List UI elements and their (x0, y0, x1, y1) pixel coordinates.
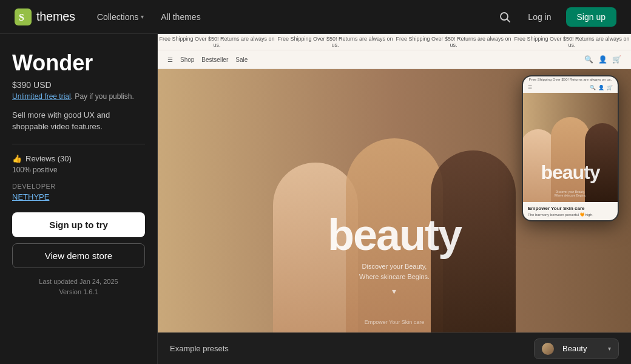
divider (12, 144, 145, 144)
example-presets-label: Example presets (170, 344, 229, 353)
preview-area: Free Shipping Over $50! Returns are alwa… (158, 34, 631, 364)
shipping-bar: Free Shipping Over $50! Returns are alwa… (158, 34, 631, 50)
preview-nav-links: ☰ Shop Bestseller Sale (167, 56, 248, 63)
main-layout: Wonder $390 USD Unlimited free trial. Pa… (0, 34, 631, 364)
hero-text-overlay: beauty Discover your Beauty, Where skinc… (328, 213, 461, 296)
version: Version 1.6.1 (12, 287, 145, 298)
preview-account-icon: 👤 (598, 55, 607, 64)
preset-color-dot (542, 343, 554, 355)
chevron-down-icon: ▾ (141, 13, 144, 20)
nav-collections[interactable]: Collections ▾ (90, 8, 151, 25)
preview-hero: beauty Discover your Beauty, Where skinc… (158, 69, 631, 332)
mobile-beauty-text: beauty (541, 161, 599, 184)
reviews-count: Reviews (30) (25, 154, 72, 163)
mobile-hamburger-icon: ☰ (528, 85, 532, 90)
preview-bottom-bar: Example presets Beauty ▾ (158, 332, 631, 364)
sidebar: Wonder $390 USD Unlimited free trial. Pa… (0, 34, 158, 364)
svg-text:S: S (19, 12, 24, 22)
search-button[interactable] (496, 8, 513, 25)
mobile-section: Empower Your Skin care The harmony betwe… (523, 202, 618, 220)
theme-name: Wonder (12, 51, 145, 75)
theme-price: $390 USD (12, 80, 145, 90)
header-actions: Log in Sign up (496, 7, 616, 27)
thumbs-up-icon: 👍 (12, 154, 22, 163)
sale-link: Sale (235, 56, 248, 63)
hero-chevron-icon: ▾ (328, 286, 461, 296)
preview-search-icon: 🔍 (584, 55, 593, 64)
search-icon (499, 11, 511, 23)
hero-subtext: Discover your Beauty, Where skincare Beg… (328, 261, 461, 283)
shopify-logo-icon: S (15, 8, 32, 25)
login-button[interactable]: Log in (523, 8, 556, 25)
view-demo-button[interactable]: View demo store (12, 243, 145, 268)
mobile-hero: beauty Discover your Beauty, Where skinc… (523, 93, 618, 202)
preview-nav-icons: 🔍 👤 🛒 (584, 55, 621, 64)
preview-frame: Free Shipping Over $50! Returns are alwa… (158, 34, 631, 332)
free-trial-text: Unlimited free trial. Pay if you publish… (12, 92, 145, 101)
mobile-section-body: The harmony between powerful 🧡 high- (528, 212, 613, 217)
mock-browser: Free Shipping Over $50! Returns are alwa… (158, 34, 631, 332)
shop-link: Shop (180, 56, 194, 63)
preset-name: Beauty (562, 344, 603, 353)
mobile-preview: Free Shipping Over $50! Returns are alwa… (522, 75, 619, 221)
signup-button[interactable]: Sign up (566, 7, 616, 27)
hero-caption: Empower Your Skin care (365, 319, 425, 325)
mobile-cart-icon: 🛒 (607, 85, 613, 90)
mobile-account-icon: 👤 (598, 85, 604, 90)
mobile-nav: ☰ 🔍 👤 🛒 (523, 83, 618, 93)
mobile-search-icon: 🔍 (590, 85, 596, 90)
positive-percentage: 100% positive (12, 166, 145, 174)
preset-selector[interactable]: Beauty ▾ (534, 339, 619, 359)
preset-chevron-icon: ▾ (608, 345, 611, 352)
preview-navbar: ☰ Shop Bestseller Sale 🔍 👤 🛒 (158, 50, 631, 69)
logo[interactable]: S themes (15, 8, 75, 25)
theme-description: Sell more with good UX and shoppable vid… (12, 109, 145, 133)
nav: Collections ▾ All themes (90, 8, 482, 25)
meta-info: Last updated Jan 24, 2025 Version 1.6.1 (12, 277, 145, 298)
logo-text: themes (36, 10, 75, 24)
svg-line-3 (507, 19, 510, 22)
nav-hamburger-icon: ☰ (167, 56, 173, 63)
last-updated: Last updated Jan 24, 2025 (12, 277, 145, 288)
developer-label: Developer (12, 183, 145, 190)
reviews-row: 👍 Reviews (30) (12, 154, 145, 163)
preview-cart-icon: 🛒 (612, 55, 621, 64)
bestseller-link: Bestseller (201, 56, 228, 63)
header: S themes Collections ▾ All themes Log in… (0, 0, 631, 34)
nav-all-themes[interactable]: All themes (154, 8, 208, 25)
hero-beauty-text: beauty (328, 213, 461, 257)
signup-to-try-button[interactable]: Sign up to try (12, 212, 145, 237)
mobile-shipping-bar: Free Shipping Over $50! Returns are alwa… (523, 76, 618, 83)
mobile-nav-icons: 🔍 👤 🛒 (590, 85, 613, 90)
developer-name[interactable]: NETHYPE (12, 192, 145, 201)
free-trial-link[interactable]: Unlimited free trial (12, 92, 71, 101)
mobile-hero-sub: Discover your Beauty, Where skincare Beg… (555, 190, 587, 197)
